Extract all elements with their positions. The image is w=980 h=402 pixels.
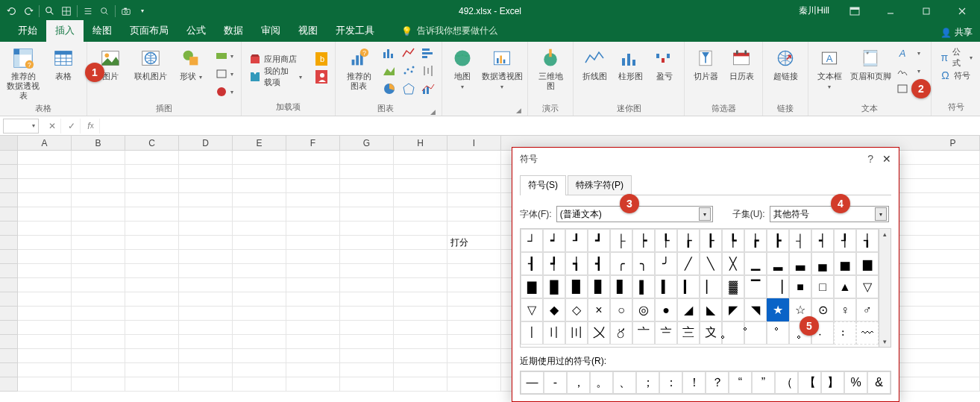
cell[interactable] [18,165,72,179]
cell[interactable] [18,321,72,335]
cell[interactable] [233,207,286,222]
row-header[interactable] [0,165,18,179]
row-header[interactable] [0,151,18,165]
cell[interactable] [926,222,980,236]
recent-symbol-cell[interactable]: 。 [590,371,613,394]
qat-grid-button[interactable] [59,4,74,19]
cell[interactable] [72,222,125,236]
symbol-cell[interactable]: ┥ [811,229,834,252]
cell[interactable] [233,179,286,193]
cell[interactable] [125,349,179,363]
cell[interactable] [926,236,980,250]
dialog-help-button[interactable]: ? [867,153,873,165]
cell[interactable] [18,377,72,392]
cell[interactable] [72,250,125,264]
tab-developer[interactable]: 开发工具 [327,20,383,42]
cell[interactable] [125,236,179,250]
sparkline-line-button[interactable]: 折线图 [578,45,611,101]
qat-list-button[interactable] [81,4,95,19]
cell[interactable] [447,222,501,236]
dialog-close-button[interactable]: ✕ [882,153,891,165]
symbol-cell[interactable]: ○ [610,298,632,321]
row-header[interactable] [0,193,18,207]
cell[interactable] [447,193,501,207]
cell[interactable] [447,321,501,335]
fx-button[interactable]: fx [82,119,100,134]
maximize-button[interactable] [911,0,941,22]
cell[interactable] [394,278,447,292]
recent-symbol-cell[interactable]: - [544,371,567,394]
cell[interactable] [233,250,286,264]
accept-formula-button[interactable]: ✓ [63,119,81,134]
symbol-cell[interactable]: × [588,298,610,321]
cell[interactable] [233,307,286,321]
symbol-cell[interactable]: ▔ [744,275,767,298]
symbol-cell[interactable]: ┣ [767,229,789,252]
cell[interactable] [394,222,447,236]
table-button[interactable]: 表格 [45,45,82,101]
cell[interactable] [125,207,179,222]
symbol-cell[interactable]: ◎ [632,298,655,321]
symbol-cell[interactable]: 〤 [588,321,610,345]
cell[interactable] [926,335,980,349]
symbol-cell[interactable]: ■ [789,275,811,298]
cell[interactable] [125,335,179,349]
pivot-table-button[interactable]: ? 推荐的 数据透视表 [4,45,42,101]
symbol-cell[interactable]: ▽ [856,275,879,298]
symbol-cell[interactable]: ◥ [744,298,767,321]
cell[interactable] [926,349,980,363]
chart-combo-button[interactable] [419,81,437,97]
row-header[interactable] [0,236,18,250]
cell[interactable] [18,307,72,321]
sparkline-winloss-button[interactable]: 盈亏 [650,45,679,101]
ribbon-display-button[interactable] [840,0,870,22]
cell[interactable] [286,321,340,335]
qat-customize-button[interactable]: ▾ [135,4,150,19]
col-e[interactable]: E [233,136,286,150]
cell[interactable] [233,165,286,179]
cell[interactable] [233,236,286,250]
cell[interactable] [340,292,394,307]
recent-symbol-cell[interactable]: ， [567,371,590,394]
cell[interactable] [233,349,286,363]
cell[interactable] [340,349,394,363]
cell[interactable] [394,349,447,363]
symbol-cell[interactable]: ◆ [543,298,565,321]
cell[interactable] [233,377,286,392]
3d-map-button[interactable]: 三维地 图 [533,45,568,101]
symbol-cell[interactable]: ▓ [722,275,744,298]
symbol-cell[interactable]: ▁ [744,252,767,275]
cell[interactable] [926,165,980,179]
symbol-cell[interactable]: ♂ [856,298,879,321]
cell[interactable] [125,264,179,278]
cell[interactable] [125,321,179,335]
cell[interactable] [72,321,125,335]
symbol-cell[interactable]: ▲ [834,275,856,298]
symbol-cell[interactable]: ┡ [722,229,744,252]
symbol-cell[interactable]: ▉ [565,275,588,298]
cell[interactable] [286,222,340,236]
close-button[interactable] [947,0,977,22]
cell[interactable] [18,250,72,264]
cell[interactable] [926,151,980,165]
row-header[interactable] [0,335,18,349]
cell[interactable] [286,165,340,179]
symbol-cell[interactable]: ┠ [700,229,722,252]
cell[interactable] [447,335,501,349]
cell[interactable] [179,193,233,207]
cell[interactable]: 打分 [447,236,501,250]
app-store-button[interactable]: 应用商店 [246,51,305,67]
symbol-cell[interactable]: ┪ [565,252,588,275]
symbol-cell[interactable]: ▽ [521,298,543,321]
symbol-cell[interactable]: ▕ [767,275,789,298]
symbol-cell[interactable]: 〯 [834,321,856,345]
pivot-chart-button[interactable]: 数据透视图▾ [481,45,523,101]
tab-data[interactable]: 数据 [215,20,252,42]
cell[interactable] [18,193,72,207]
symbol-cell[interactable]: 〪 [722,321,744,345]
sparkline-column-button[interactable]: 柱形图 [614,45,647,101]
cell[interactable] [926,193,980,207]
cell[interactable] [286,377,340,392]
symbol-scrollbar[interactable]: ▴▾ [879,229,891,347]
chart-column-button[interactable] [380,45,398,61]
